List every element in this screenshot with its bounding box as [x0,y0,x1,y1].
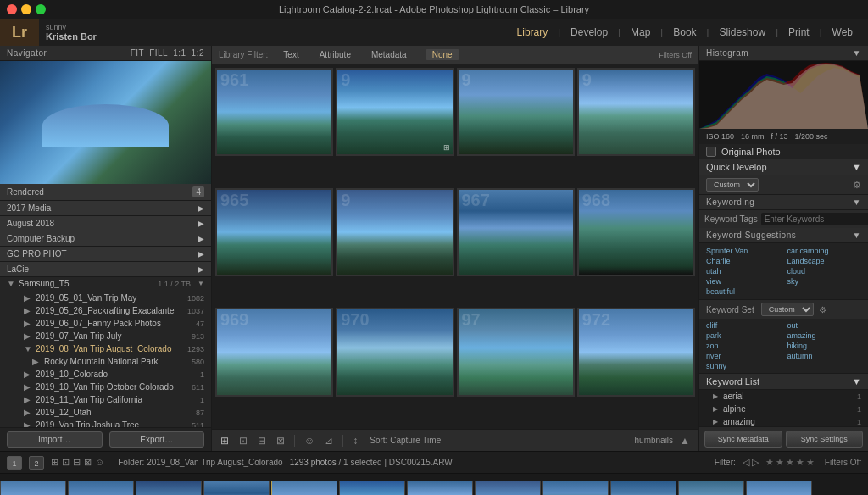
sort-icon[interactable]: ↕ [349,433,361,448]
quick-develop-arrow[interactable]: ▼ [852,162,861,172]
sync-metadata-button[interactable]: Sync Metadata [704,431,782,448]
view-survey-icon[interactable]: ⊠ [273,433,288,448]
nav-fit[interactable]: FIT [131,48,145,58]
photo-cell-965[interactable]: 965 [215,188,333,276]
page-1-button[interactable]: 1 [7,456,22,470]
page-2-button[interactable]: 2 [29,456,44,470]
photo-cell-968[interactable]: 968 [577,188,695,276]
photo-cell-2[interactable]: 9 ⊞ [336,68,453,156]
status-filters-off[interactable]: Filters Off [825,458,861,467]
film-cell-5[interactable] [271,481,337,496]
export-button[interactable]: Export… [109,431,205,448]
kw-suggest-camping[interactable]: car camping [787,247,862,255]
film-cell-1[interactable] [0,481,66,496]
nav-book[interactable]: Book [665,21,704,43]
photo-cell-969[interactable]: 969 [215,308,333,396]
photo-cell-4[interactable]: 9 [577,68,695,156]
kw-set-amazing[interactable]: amazing [787,331,862,340]
filters-off[interactable]: Filters Off [659,51,692,59]
photo-cell-3[interactable]: 9 [457,68,575,156]
filter-icon[interactable]: ⊿ [321,433,337,448]
folder-oct-co[interactable]: ▶ 2019_10_Colorado 1 [0,368,211,381]
kw-set-autumn[interactable]: autumn [787,352,862,360]
film-cell-8[interactable] [475,481,541,496]
film-cell-11[interactable] [678,481,744,496]
folder-august[interactable]: ▼ 2019_08_Van Trip August_Colorado 1293 [0,342,211,355]
kw-suggest-landscape[interactable]: Landscape [787,257,862,265]
keyword-suggestions-header[interactable]: Keyword Suggestions ▼ [699,228,868,243]
kw-set-cliff[interactable]: cliff [706,321,781,330]
histogram-header[interactable]: Histogram ▼ [699,46,868,61]
thumb-size-icon[interactable]: ▲ [676,433,693,448]
photo-cell-961[interactable]: 961 [215,68,333,156]
folder-july[interactable]: ▶ 2019_07_Van Trip July 913 [0,330,211,342]
sync-settings-button[interactable]: Sync Settings [786,431,864,448]
kw-set-hiking[interactable]: hiking [787,342,862,350]
people-view-icon[interactable]: ☺ [95,457,104,468]
star-3[interactable]: ★ [786,457,794,468]
kw-set-sunny[interactable]: sunny [706,362,781,370]
loupe-view-icon[interactable]: ⊡ [62,457,70,468]
section-gopro[interactable]: GO PRO PHOT ▶ [0,247,211,262]
folder-oct-trip[interactable]: ▶ 2019_10_Van Trip October Colorado 611 [0,381,211,393]
kw-set-zon[interactable]: zon [706,342,781,350]
film-cell-12[interactable] [746,481,812,496]
view-compare-icon[interactable]: ⊟ [254,433,270,448]
photo-cell-971[interactable]: 97 [457,308,575,396]
film-cell-2[interactable] [68,481,134,496]
film-cell-4[interactable] [203,481,270,496]
nav-fill[interactable]: FILL [149,48,168,58]
folder-packrafting[interactable]: ▶ 2019_05_26_Packrafting Exacalante 1037 [0,304,211,317]
maximize-button[interactable] [36,4,46,14]
keyword-set-select[interactable]: Custom [761,303,814,316]
section-lacie[interactable]: LaCie ▶ [0,262,211,277]
histogram-collapse[interactable]: ▼ [853,48,861,58]
photo-cell-967[interactable]: 967 [457,188,575,276]
film-cell-10[interactable] [610,481,676,496]
close-button[interactable] [7,4,17,14]
filter-text[interactable]: Text [278,48,303,61]
nav-library[interactable]: Library [509,21,557,43]
quick-develop-header[interactable]: Quick Develop ▼ [699,159,868,175]
nav-slideshow[interactable]: Slideshow [710,21,774,43]
kw-set-out[interactable]: out [787,321,862,330]
folder-utah[interactable]: ▶ 2019_12_Utah 87 [0,406,211,419]
filter-attribute[interactable]: Attribute [314,48,356,61]
filter-none[interactable]: None [426,49,459,60]
grid-view-icon[interactable]: ⊞ [51,457,58,468]
kw-item-amazing[interactable]: ▶ amazing 1 [699,415,868,426]
film-cell-6[interactable] [339,481,405,496]
kw-set-settings[interactable]: ⚙ [819,305,826,314]
section-rendered[interactable]: Rendered 4 [0,184,211,201]
kw-suggest-sprinter[interactable]: Sprinter Van [706,247,781,255]
original-photo-checkbox[interactable] [706,147,716,157]
keyword-tags-input[interactable] [761,213,868,225]
film-cell-3[interactable] [136,481,202,496]
people-icon[interactable]: ☺ [301,433,318,448]
nav-print[interactable]: Print [780,21,818,43]
section-2017media[interactable]: 2017 Media ▶ [0,201,211,216]
view-grid-icon[interactable]: ⊞ [217,433,232,448]
keyword-list-header[interactable]: Keyword List ▼ [699,373,868,390]
folder-joshua[interactable]: ▶ 2019_Van Trip Joshua Tree 511 [0,419,211,427]
star-4[interactable]: ★ [796,457,804,468]
kw-suggest-beautiful[interactable]: beautiful [706,287,781,296]
kw-suggest-cloud[interactable]: cloud [787,267,862,275]
folder-may[interactable]: ▶ 2019_05_01_Van Trip May 1082 [0,292,211,304]
nav-1-2[interactable]: 1:2 [192,48,204,58]
folder-nov-ca[interactable]: ▶ 2019_11_Van Trip California 1 [0,393,211,406]
filter-metadata[interactable]: Metadata [366,48,412,61]
kw-set-park[interactable]: park [706,331,781,340]
nav-develop[interactable]: Develop [562,21,616,43]
star-5[interactable]: ★ [806,457,815,468]
film-cell-7[interactable] [407,481,473,496]
photo-cell-972[interactable]: 972 [577,308,695,396]
nav-1-1[interactable]: 1:1 [173,48,186,58]
star-2[interactable]: ★ [776,457,784,468]
drive-samsung[interactable]: ▼ Samsung_T5 1.1 / 2 TB ▼ [0,277,211,290]
nav-web[interactable]: Web [824,21,861,43]
kw-set-river[interactable]: river [706,352,781,360]
nav-map[interactable]: Map [622,21,659,43]
folder-fanny[interactable]: ▶ 2019_06_07_Fanny Pack Photos 47 [0,317,211,330]
film-cell-9[interactable] [542,481,609,496]
